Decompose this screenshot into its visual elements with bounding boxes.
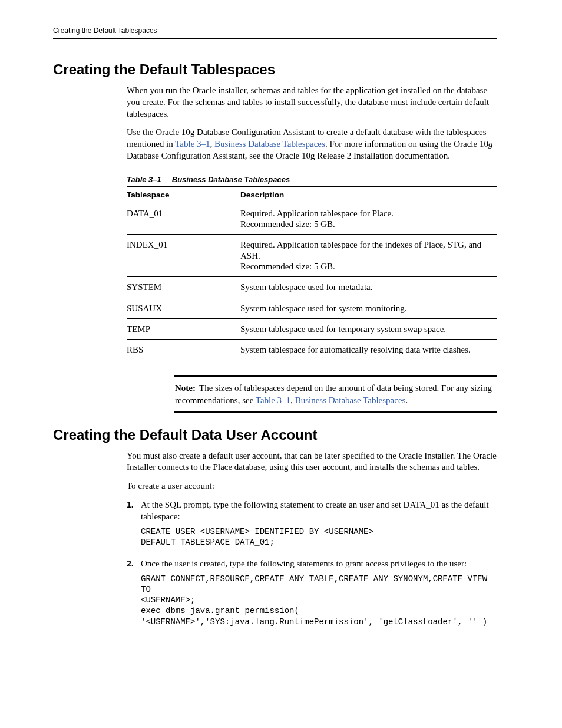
list-item: 1. At the SQL prompt, type the following…: [127, 499, 497, 552]
steps-list: 1. At the SQL prompt, type the following…: [127, 499, 497, 632]
table-row: INDEX_01 Required. Application tablespac…: [127, 235, 497, 277]
table-caption-number: Table 3–1: [127, 175, 161, 184]
paragraph: Use the Oracle 10g Database Configuratio…: [127, 127, 497, 162]
step-text: Once the user is created, type the follo…: [141, 559, 467, 568]
text: ,: [210, 139, 215, 149]
cell-tablespace: RBS: [127, 340, 240, 360]
text: .: [405, 396, 408, 405]
cell-description: System tablespace used for system monito…: [240, 298, 497, 318]
step-text: At the SQL prompt, type the following st…: [141, 500, 489, 521]
cell-description: Required. Application tablespace for the…: [240, 235, 497, 277]
table-business-db-tablespaces: Tablespace Description DATA_01 Required.…: [127, 186, 497, 361]
table-row: RBS System tablespace for automatically …: [127, 340, 497, 360]
running-header: Creating the Default Tablespaces: [53, 27, 497, 39]
xref-business-db-tablespaces[interactable]: Business Database Tablespaces: [295, 396, 406, 405]
list-item: 2. Once the user is created, type the fo…: [127, 558, 497, 632]
page: Creating the Default Tablespaces Creatin…: [0, 0, 562, 728]
cell-tablespace: INDEX_01: [127, 235, 240, 277]
cell-tablespace: SYSTEM: [127, 277, 240, 298]
text: . For more information on using the Orac…: [325, 139, 488, 149]
section2-body: You must also create a default user acco…: [127, 450, 497, 632]
table-row: TEMP System tablespace used for temporar…: [127, 318, 497, 339]
cell-description: System tablespace for automatically reso…: [240, 340, 497, 360]
cell-tablespace: SUSAUX: [127, 298, 240, 318]
section-heading-tablespaces: Creating the Default Tablespaces: [53, 61, 497, 78]
cell-description: Required. Application tablespace for Pla…: [240, 203, 497, 235]
code-block: GRANT CONNECT,RESOURCE,CREATE ANY TABLE,…: [141, 574, 497, 627]
xref-business-db-tablespaces[interactable]: Business Database Tablespaces: [214, 139, 325, 149]
table-row: SUSAUX System tablespace used for system…: [127, 298, 497, 318]
section-heading-user-account: Creating the Default Data User Account: [53, 427, 497, 443]
cell-tablespace: DATA_01: [127, 203, 240, 235]
xref-table-3-1[interactable]: Table 3–1: [256, 396, 290, 405]
cell-description: System tablespace used for temporary sys…: [240, 318, 497, 339]
cell-tablespace: TEMP: [127, 318, 240, 339]
note-box: Note:The sizes of tablespaces depend on …: [174, 375, 497, 412]
table-caption: Table 3–1Business Database Tablespaces: [127, 175, 497, 184]
section1-body: When you run the Oracle installer, schem…: [127, 85, 497, 413]
table-row: DATA_01 Required. Application tablespace…: [127, 203, 497, 235]
col-header-tablespace: Tablespace: [127, 186, 240, 203]
italic-g: g: [488, 139, 493, 149]
step-number: 1.: [127, 499, 141, 552]
xref-table-3-1[interactable]: Table 3–1: [175, 139, 210, 149]
col-header-description: Description: [240, 186, 497, 203]
code-block: CREATE USER <USERNAME> IDENTIFIED BY <US…: [141, 526, 497, 548]
step-number: 2.: [127, 558, 141, 632]
table-caption-title: Business Database Tablespaces: [172, 175, 290, 184]
paragraph: When you run the Oracle installer, schem…: [127, 85, 497, 120]
cell-description: System tablespace used for metadata.: [240, 277, 497, 298]
note-label: Note:: [175, 383, 196, 393]
table-row: SYSTEM System tablespace used for metada…: [127, 277, 497, 298]
paragraph: You must also create a default user acco…: [127, 450, 497, 474]
text: Database Configuration Assistant, see th…: [127, 151, 450, 160]
table-header-row: Tablespace Description: [127, 186, 497, 203]
text: ,: [290, 396, 295, 405]
paragraph: To create a user account:: [127, 480, 497, 492]
